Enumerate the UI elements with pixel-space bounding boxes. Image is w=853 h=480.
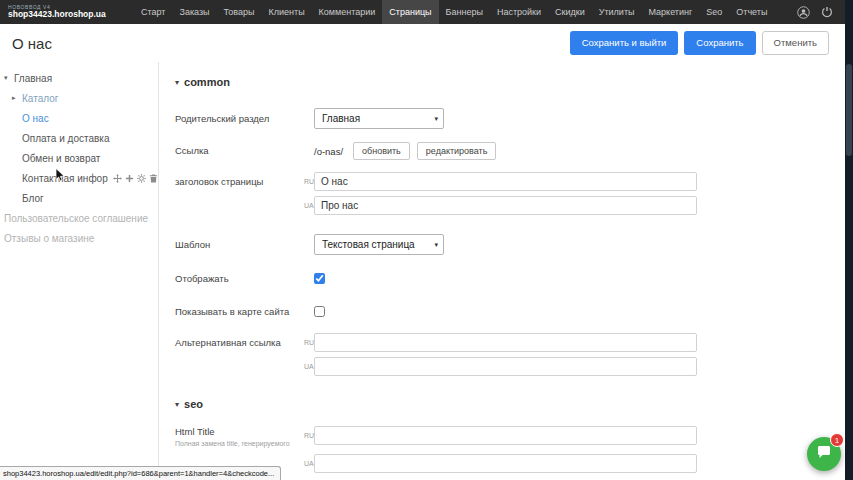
menu-item-products[interactable]: Товары xyxy=(217,0,262,24)
html-title-hint: Полная замена title, генерируемого xyxy=(175,440,304,449)
page-title-label: заголовок страницы xyxy=(175,176,304,188)
section-header-seo[interactable]: ▾ seo xyxy=(175,398,853,410)
user-icon[interactable] xyxy=(797,6,810,19)
lang-ru-label: RU xyxy=(304,178,314,185)
page-title-ru-input[interactable] xyxy=(314,172,697,191)
trash-icon[interactable] xyxy=(149,174,158,183)
save-button[interactable]: Сохранить xyxy=(684,31,755,55)
tree-item-home[interactable]: ▾ Главная xyxy=(0,68,158,88)
page-scrollbar-thumb[interactable] xyxy=(846,64,852,156)
chevron-right-icon[interactable]: ▸ xyxy=(12,94,22,102)
top-menu: Старт Заказы Товары Клиенты Комментарии … xyxy=(134,0,797,24)
menu-item-comments[interactable]: Комментарии xyxy=(312,0,383,24)
page-title-ua-input[interactable] xyxy=(314,196,697,215)
menu-item-pages[interactable]: Страницы xyxy=(382,0,438,24)
menu-item-seo[interactable]: Seo xyxy=(699,0,729,24)
chevron-down-icon: ▾ xyxy=(175,400,179,409)
chevron-down-icon: ▾ xyxy=(434,241,438,249)
lang-ru-label: RU xyxy=(304,339,314,346)
alt-link-ua-input[interactable] xyxy=(314,357,697,376)
menu-item-banners[interactable]: Баннеры xyxy=(439,0,490,24)
pages-tree-sidebar: ▾ Главная ▸ Каталог О нас Оплата и доста… xyxy=(0,62,158,480)
link-refresh-button[interactable]: обновить xyxy=(353,142,410,160)
browser-status-url: shop34423.horoshop.ua/edit/edit.php?id=6… xyxy=(0,466,281,480)
cancel-button[interactable]: Отменить xyxy=(762,31,829,55)
menu-item-clients[interactable]: Клиенты xyxy=(262,0,312,24)
html-title-ru-input[interactable] xyxy=(314,426,697,445)
tree-item-store-reviews[interactable]: Отзывы о магазине xyxy=(0,228,158,248)
page-title: О нас xyxy=(12,35,52,52)
page-scrollbar-track[interactable] xyxy=(845,0,853,480)
page-edit-form: ▾ common Родительский раздел Главная ▾ С… xyxy=(158,62,853,480)
sitemap-checkbox[interactable] xyxy=(314,306,325,317)
page-header: О нас Сохранить и выйти Сохранить Отмени… xyxy=(0,24,853,62)
parent-section-select[interactable]: Главная ▾ xyxy=(314,108,444,129)
section-header-common[interactable]: ▾ common xyxy=(175,76,853,88)
logo[interactable]: НОВОВВОД V4 shop34423.horoshop.ua xyxy=(8,5,110,20)
menu-item-reports[interactable]: Отчеты xyxy=(729,0,774,24)
lang-ru-label: RU xyxy=(304,432,314,439)
menu-item-utilities[interactable]: Утилиты xyxy=(592,0,642,24)
logout-icon[interactable] xyxy=(821,6,833,18)
chat-bubble-icon xyxy=(816,445,832,464)
tree-item-about-selected[interactable]: О нас xyxy=(0,108,158,128)
link-value: /o-nas/ xyxy=(314,146,343,157)
chevron-down-icon: ▾ xyxy=(175,78,179,87)
parent-section-label: Родительский раздел xyxy=(175,113,304,125)
template-select[interactable]: Текстовая страница ▾ xyxy=(314,234,444,255)
topbar: НОВОВВОД V4 shop34423.horoshop.ua Старт … xyxy=(0,0,853,24)
display-label: Отображать xyxy=(175,273,304,285)
save-and-exit-button[interactable]: Сохранить и выйти xyxy=(570,31,679,55)
mouse-cursor-icon xyxy=(55,168,66,186)
tree-item-exchange-return[interactable]: Обмен и возврат xyxy=(0,148,158,168)
display-checkbox[interactable] xyxy=(314,273,325,284)
html-title-ua-input[interactable] xyxy=(314,454,697,473)
chat-widget-button[interactable]: 1 xyxy=(807,437,841,471)
menu-item-settings[interactable]: Настройки xyxy=(490,0,548,24)
tree-item-blog[interactable]: Блог xyxy=(0,188,158,208)
move-icon[interactable] xyxy=(113,174,122,183)
tree-item-catalog[interactable]: ▸ Каталог xyxy=(0,88,158,108)
add-page-icon[interactable] xyxy=(125,174,134,183)
gear-icon[interactable] xyxy=(137,174,146,183)
chevron-down-icon: ▾ xyxy=(434,115,438,123)
chevron-down-icon[interactable]: ▾ xyxy=(4,74,14,82)
lang-ua-label: UA xyxy=(304,460,314,467)
logo-domain: shop34423.horoshop.ua xyxy=(8,10,110,19)
link-edit-button[interactable]: редактировать xyxy=(417,142,497,160)
chat-unread-badge: 1 xyxy=(830,433,844,447)
tree-item-user-agreement[interactable]: Пользовательское соглашение xyxy=(0,208,158,228)
html-title-label: Html Title Полная замена title, генериру… xyxy=(175,426,304,449)
alt-link-label: Альтернативная ссылка xyxy=(175,337,304,349)
tree-item-payment-delivery[interactable]: Оплата и доставка xyxy=(0,128,158,148)
sitemap-label: Показывать в карте сайта xyxy=(175,306,304,318)
menu-item-discounts[interactable]: Скидки xyxy=(548,0,592,24)
tree-item-contacts[interactable]: Контактная инфор xyxy=(0,168,158,188)
template-label: Шаблон xyxy=(175,239,304,251)
menu-item-marketing[interactable]: Маркетинг xyxy=(641,0,699,24)
lang-ua-label: UA xyxy=(304,363,314,370)
lang-ua-label: UA xyxy=(304,202,314,209)
menu-item-start[interactable]: Старт xyxy=(134,0,172,24)
link-label: Ссылка xyxy=(175,145,304,157)
alt-link-ru-input[interactable] xyxy=(314,333,697,352)
menu-item-orders[interactable]: Заказы xyxy=(172,0,216,24)
